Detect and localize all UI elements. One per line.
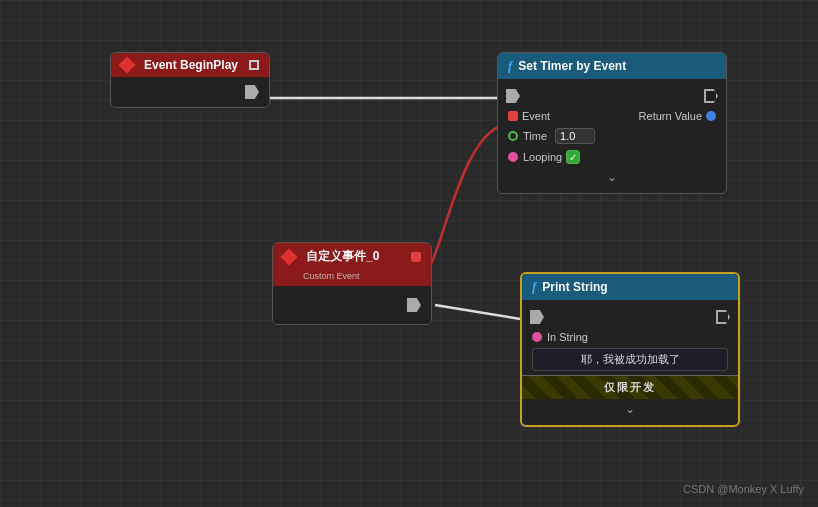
custom-diamond-icon: [281, 248, 298, 265]
set-timer-body: Event Return Value Time Looping ✓ ⌄: [498, 79, 726, 193]
custom-event-title: 自定义事件_0: [306, 248, 379, 265]
return-value-group: Return Value: [639, 110, 716, 122]
print-string-node: f Print String In String 耶，我被成功加载了 仅限开发 …: [520, 272, 740, 427]
dev-only-banner: 仅限开发: [522, 375, 738, 399]
time-row: Time: [498, 125, 726, 147]
watermark: CSDN @Monkey X Luffy: [683, 483, 804, 495]
return-value-label: Return Value: [639, 110, 702, 122]
exec-out-pin[interactable]: [704, 89, 718, 103]
event-return-row: Event Return Value: [498, 107, 726, 125]
looping-pin[interactable]: [508, 152, 518, 162]
print-string-header: f Print String: [522, 274, 738, 300]
print-exec-row: [522, 306, 738, 328]
set-timer-exec-row: [498, 85, 726, 107]
dev-only-label: 仅限开发: [604, 381, 656, 393]
time-label: Time: [523, 130, 547, 142]
diamond-icon: [119, 57, 136, 74]
string-value-display: 耶，我被成功加载了: [532, 348, 728, 371]
in-string-pin[interactable]: [532, 332, 542, 342]
custom-event-subtitle: Custom Event: [283, 271, 360, 281]
custom-event-red-pin[interactable]: [411, 252, 421, 262]
custom-event-title-row: 自定义事件_0: [283, 248, 421, 265]
in-string-label: In String: [547, 331, 588, 343]
event-begin-play-title: Event BeginPlay: [144, 58, 238, 72]
custom-event-body: [273, 286, 431, 324]
in-string-row: In String: [522, 328, 738, 346]
exec-in-pin[interactable]: [506, 89, 520, 103]
exec-output-pin[interactable]: [245, 85, 259, 99]
event-pin-group: Event: [508, 110, 550, 122]
time-input[interactable]: [555, 128, 595, 144]
function-icon: f: [508, 58, 512, 74]
time-pin[interactable]: [508, 131, 518, 141]
return-value-pin[interactable]: [706, 111, 716, 121]
set-timer-node: f Set Timer by Event Event Return Value …: [497, 52, 727, 194]
print-string-body: In String 耶，我被成功加载了 仅限开发 ⌄: [522, 300, 738, 425]
header-square-icon[interactable]: [249, 60, 259, 70]
looping-checkbox[interactable]: ✓: [566, 150, 580, 164]
string-value-container: 耶，我被成功加载了: [522, 346, 738, 375]
event-label: Event: [522, 110, 550, 122]
custom-exec-out-pin[interactable]: [407, 298, 421, 312]
event-begin-play-body: [111, 77, 269, 107]
custom-event-exec-row: [407, 294, 421, 316]
set-timer-title: Set Timer by Event: [518, 59, 626, 73]
set-timer-header: f Set Timer by Event: [498, 53, 726, 79]
looping-row: Looping ✓: [498, 147, 726, 167]
event-pin[interactable]: [508, 111, 518, 121]
looping-label: Looping: [523, 151, 562, 163]
print-exec-in[interactable]: [530, 310, 544, 324]
print-string-title: Print String: [542, 280, 607, 294]
custom-event-node: 自定义事件_0 Custom Event: [272, 242, 432, 325]
print-exec-out[interactable]: [716, 310, 730, 324]
watermark-text: CSDN @Monkey X Luffy: [683, 483, 804, 495]
custom-event-header: 自定义事件_0 Custom Event: [273, 243, 431, 286]
event-begin-play-header: Event BeginPlay: [111, 53, 269, 77]
set-timer-expand-arrow[interactable]: ⌄: [498, 167, 726, 187]
event-begin-play-node: Event BeginPlay: [110, 52, 270, 108]
print-function-icon: f: [532, 279, 536, 295]
print-string-expand-arrow[interactable]: ⌄: [522, 399, 738, 419]
